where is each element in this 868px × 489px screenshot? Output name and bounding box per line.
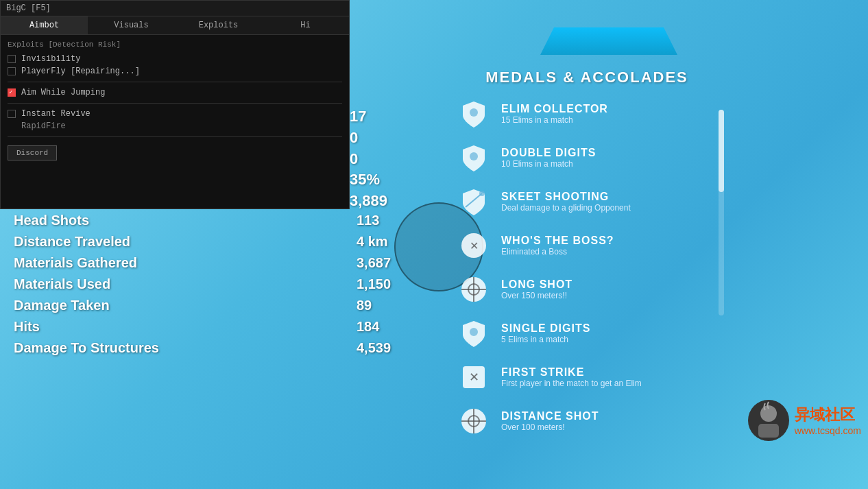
top-stat-0a: 0 — [350, 128, 387, 149]
stat-value-6: 4,539 — [357, 340, 411, 356]
tab-aimbot[interactable]: Aimbot — [1, 16, 88, 34]
medal-text-4: LONG SHOT Over 150 meters!! — [501, 278, 572, 300]
item-rapidfire: RapidFire — [8, 120, 342, 132]
item-label-invisibility: Invisibility — [21, 54, 80, 64]
stat-label-0: Head Shots — [14, 213, 89, 228]
stat-value-4: 89 — [357, 298, 411, 313]
svg-point-1 — [470, 152, 478, 160]
top-stat-0b: 0 — [350, 149, 387, 170]
divider-3 — [8, 136, 342, 137]
medal-text-2: SKEET SHOOTING Deal damage to a gliding … — [501, 191, 631, 213]
cheat-content: Exploits [Detection Risk] Invisibility P… — [1, 35, 349, 166]
medal-name-7: DISTANCE SHOT — [501, 410, 599, 422]
stat-row: Head Shots 113 — [14, 213, 411, 228]
stat-row: Damage To Structures 4,539 — [14, 340, 411, 356]
stat-value-5: 184 — [357, 319, 411, 335]
watermark-url: www.tcsqd.com — [795, 425, 861, 436]
stat-value-3: 1,150 — [357, 276, 411, 292]
medal-item-5: SINGLE DIGITS 5 Elims in a match — [457, 316, 717, 350]
svg-point-10 — [470, 328, 478, 336]
checkbox-playerfly[interactable] — [8, 67, 16, 75]
tab-hi[interactable]: Hi — [262, 16, 349, 34]
checkbox-instant-revive[interactable] — [8, 110, 16, 118]
watermark: 异域社区 www.tcsqd.com — [669, 400, 861, 482]
svg-point-0 — [470, 108, 478, 117]
svg-point-3 — [479, 191, 485, 196]
stat-label-6: Damage To Structures — [14, 340, 159, 356]
tab-exploits[interactable]: Exploits — [175, 16, 262, 34]
top-stat-35pct: 35% — [350, 169, 387, 191]
stat-value-2: 3,687 — [357, 255, 411, 271]
medal-desc-7: Over 100 meters! — [501, 422, 599, 432]
medal-text-5: SINGLE DIGITS 5 Elims in a match — [501, 322, 590, 344]
medal-icon-6: ✕ — [457, 360, 491, 394]
watermark-site: 异域社区 — [795, 405, 861, 425]
stat-row: Damage Taken 89 — [14, 298, 411, 313]
tab-visuals[interactable]: Visuals — [88, 16, 175, 34]
watermark-character — [748, 400, 789, 441]
cheat-title: BigC [F5] — [1, 1, 349, 16]
medal-name-1: DOUBLE DIGITS — [501, 147, 596, 159]
item-label-rapidfire: RapidFire — [8, 121, 66, 131]
top-stats-area: 17 0 0 35% 3,889 — [350, 106, 387, 212]
medal-icon-3: ✕ — [457, 228, 491, 263]
medal-icon-2 — [457, 184, 491, 219]
stats-section: Head Shots 113 Distance Traveled 4 km Ma… — [0, 202, 425, 372]
medal-icon-5 — [457, 316, 491, 350]
medal-name-3: WHO'S THE BOSS? — [501, 235, 614, 247]
medal-text-6: FIRST STRIKE First player in the match t… — [501, 366, 642, 388]
item-label-playerfly: PlayerFly [Repairing...] — [21, 67, 140, 76]
stat-row: Hits 184 — [14, 319, 411, 335]
medal-item-4: LONG SHOT Over 150 meters!! — [457, 272, 717, 307]
medal-name-0: ELIM COLLECTOR — [501, 103, 608, 115]
cheat-menu: BigC [F5] Aimbot Visuals Exploits Hi Exp… — [0, 0, 350, 209]
stat-row: Distance Traveled 4 km — [14, 234, 411, 250]
medal-desc-1: 10 Elims in a match — [501, 159, 596, 169]
item-instant-revive[interactable]: Instant Revive — [8, 108, 342, 120]
stat-label-1: Distance Traveled — [14, 234, 130, 250]
item-aim-jumping[interactable]: Aim While Jumping — [8, 86, 342, 99]
section-label: Exploits [Detection Risk] — [8, 40, 342, 49]
svg-rect-18 — [758, 424, 779, 438]
medal-desc-6: First player in the match to get an Elim — [501, 379, 642, 388]
divider-1 — [8, 82, 342, 82]
medal-item-1: DOUBLE DIGITS 10 Elims in a match — [457, 141, 717, 175]
scrollbar-track[interactable] — [719, 110, 724, 315]
medal-item-0: ELIM COLLECTOR 15 Elims in a match — [457, 97, 717, 131]
stat-value-0: 113 — [357, 213, 411, 228]
svg-text:✕: ✕ — [469, 370, 479, 384]
medal-icon-0 — [457, 97, 491, 131]
medal-name-2: SKEET SHOOTING — [501, 191, 631, 203]
stat-row: Materials Used 1,150 — [14, 276, 411, 292]
item-label-instant-revive: Instant Revive — [21, 109, 91, 119]
medal-icon-7 — [457, 404, 491, 438]
stat-row: Materials Gathered 3,687 — [14, 255, 411, 271]
stat-label-4: Damage Taken — [14, 298, 110, 313]
stat-value-1: 4 km — [357, 234, 411, 250]
medal-desc-0: 15 Elims in a match — [501, 115, 608, 125]
medal-name-5: SINGLE DIGITS — [501, 322, 590, 335]
svg-text:✕: ✕ — [470, 240, 479, 252]
medal-desc-2: Deal damage to a gliding Opponent — [501, 203, 631, 213]
item-invisibility[interactable]: Invisibility — [8, 53, 342, 65]
divider-2 — [8, 103, 342, 104]
stat-label-2: Materials Gathered — [14, 255, 137, 271]
item-label-aim-jumping: Aim While Jumping — [21, 88, 105, 97]
top-stat-17: 17 — [350, 106, 387, 128]
medal-text-7: DISTANCE SHOT Over 100 meters! — [501, 410, 599, 432]
medal-item-3: ✕ WHO'S THE BOSS? Eliminated a Boss — [457, 228, 717, 263]
top-decoration — [350, 0, 868, 55]
stat-label-5: Hits — [14, 319, 40, 335]
medal-text-0: ELIM COLLECTOR 15 Elims in a match — [501, 103, 608, 125]
stat-label-3: Materials Used — [14, 276, 110, 292]
item-playerfly[interactable]: PlayerFly [Repairing...] — [8, 65, 342, 77]
medal-icon-1 — [457, 141, 491, 175]
medal-text-3: WHO'S THE BOSS? Eliminated a Boss — [501, 235, 614, 257]
discord-button[interactable]: Discord — [8, 145, 57, 160]
scrollbar-thumb[interactable] — [719, 110, 724, 192]
checkbox-aim-jumping[interactable] — [8, 88, 16, 97]
checkbox-invisibility[interactable] — [8, 55, 16, 63]
medals-section: MEDALS & ACCOLADES ELIM COLLECTOR 15 Eli… — [457, 69, 717, 448]
medal-name-4: LONG SHOT — [501, 278, 572, 291]
cheat-tabs: Aimbot Visuals Exploits Hi — [1, 16, 349, 35]
